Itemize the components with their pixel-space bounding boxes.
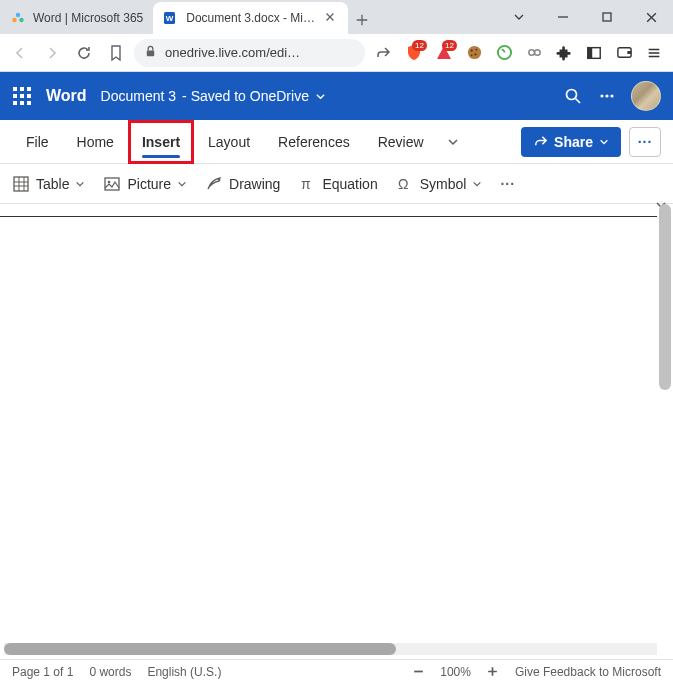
extension-icons: 12 12 (401, 40, 667, 66)
ribbon-tabs: File Home Insert Layout References Revie… (0, 120, 673, 164)
svg-rect-32 (14, 177, 28, 191)
svg-rect-20 (20, 87, 24, 91)
svg-rect-6 (147, 50, 154, 56)
word-header: Word Document 3 - Saved to OneDrive (0, 72, 673, 120)
horizontal-scrollbar-track[interactable] (4, 643, 657, 655)
new-tab-button[interactable] (348, 6, 376, 34)
share-label: Share (554, 134, 593, 150)
chevron-down-icon (177, 179, 187, 189)
m365-favicon (10, 10, 26, 26)
vertical-scrollbar[interactable] (659, 204, 671, 390)
ribbon-more-tabs[interactable] (438, 136, 468, 148)
nav-back-icon[interactable] (6, 39, 34, 67)
page-indicator[interactable]: Page 1 of 1 (12, 665, 73, 679)
tab-home[interactable]: Home (63, 120, 128, 164)
window-close-icon[interactable] (629, 2, 673, 32)
window-dropdown-icon[interactable] (497, 2, 541, 32)
brave-shield-icon[interactable]: 12 (401, 40, 427, 66)
svg-point-34 (108, 180, 111, 183)
browser-titlebar: Word | Microsoft 365 W Document 3.docx -… (0, 0, 673, 34)
word-favicon: W (163, 10, 179, 26)
nav-forward-icon[interactable] (38, 39, 66, 67)
menu-icon[interactable] (641, 40, 667, 66)
svg-rect-25 (13, 101, 17, 105)
tab-file[interactable]: File (12, 120, 63, 164)
svg-rect-23 (20, 94, 24, 98)
doc-name: Document 3 (101, 88, 176, 104)
green-ext-icon[interactable] (491, 40, 517, 66)
drawing-button[interactable]: Drawing (205, 175, 280, 193)
document-title[interactable]: Document 3 - Saved to OneDrive (101, 88, 326, 104)
symbol-button[interactable]: Ω Symbol (396, 175, 483, 193)
puzzle-ext-icon[interactable] (551, 40, 577, 66)
tab-title: Word | Microsoft 365 (33, 11, 143, 25)
svg-rect-5 (603, 13, 611, 21)
word-brand[interactable]: Word (46, 87, 87, 105)
svg-point-0 (16, 13, 20, 17)
browser-tab[interactable]: Word | Microsoft 365 (0, 2, 153, 34)
wallet-ext-icon[interactable] (611, 40, 637, 66)
svg-point-31 (610, 94, 613, 97)
chevron-down-icon (75, 179, 85, 189)
ribbon-overflow-button[interactable]: ··· (629, 127, 661, 157)
nav-reload-icon[interactable] (70, 39, 98, 67)
svg-point-28 (567, 90, 577, 100)
svg-point-8 (470, 49, 472, 51)
link-ext-icon[interactable] (521, 40, 547, 66)
ext-badge: 12 (442, 40, 457, 51)
document-area[interactable] (0, 204, 657, 655)
window-maximize-icon[interactable] (585, 2, 629, 32)
tab-layout[interactable]: Layout (194, 120, 264, 164)
zoom-level[interactable]: 100% (440, 665, 471, 679)
svg-rect-26 (20, 101, 24, 105)
feedback-link[interactable]: Give Feedback to Microsoft (515, 665, 661, 679)
browser-tab-active[interactable]: W Document 3.docx - Micros (153, 2, 348, 34)
tab-references[interactable]: References (264, 120, 364, 164)
svg-point-30 (605, 94, 608, 97)
svg-point-10 (474, 53, 476, 55)
url-box[interactable]: onedrive.live.com/edi… (134, 39, 365, 67)
svg-text:π: π (301, 176, 311, 192)
tab-close-icon[interactable] (324, 11, 338, 25)
panel-ext-icon[interactable] (581, 40, 607, 66)
svg-rect-19 (13, 87, 17, 91)
search-icon[interactable] (563, 86, 583, 106)
word-count[interactable]: 0 words (89, 665, 131, 679)
triangle-ext-icon[interactable]: 12 (431, 40, 457, 66)
horizontal-scrollbar-thumb[interactable] (4, 643, 396, 655)
share-button[interactable]: Share (521, 127, 621, 157)
zoom-in-icon[interactable] (485, 664, 501, 680)
svg-rect-27 (27, 101, 31, 105)
picture-button[interactable]: Picture (103, 175, 187, 193)
tab-insert[interactable]: Insert (128, 120, 194, 164)
document-page[interactable] (0, 216, 657, 636)
more-icon[interactable] (597, 86, 617, 106)
svg-rect-18 (627, 51, 631, 54)
tab-title: Document 3.docx - Micros (186, 11, 317, 25)
share-page-icon[interactable] (369, 39, 397, 67)
url-text: onedrive.live.com/edi… (165, 45, 300, 60)
svg-rect-24 (27, 94, 31, 98)
svg-text:W: W (166, 14, 174, 23)
language-indicator[interactable]: English (U.S.) (147, 665, 221, 679)
chevron-down-icon (599, 137, 609, 147)
svg-point-2 (19, 18, 23, 22)
app-launcher-icon[interactable] (12, 86, 32, 106)
bookmark-icon[interactable] (102, 39, 130, 67)
window-minimize-icon[interactable] (541, 2, 585, 32)
equation-button[interactable]: π Equation (298, 175, 377, 193)
table-button[interactable]: Table (12, 175, 85, 193)
picture-label: Picture (127, 176, 171, 192)
svg-point-29 (600, 94, 603, 97)
svg-point-11 (470, 54, 472, 56)
ext-badge: 12 (412, 40, 427, 51)
cookie-ext-icon[interactable] (461, 40, 487, 66)
tab-review[interactable]: Review (364, 120, 438, 164)
zoom-out-icon[interactable] (410, 664, 426, 680)
toolbar-overflow[interactable]: ··· (500, 176, 515, 192)
svg-rect-22 (13, 94, 17, 98)
chevron-down-icon (472, 179, 482, 189)
chevron-down-icon (315, 91, 326, 102)
user-avatar[interactable] (631, 81, 661, 111)
equation-label: Equation (322, 176, 377, 192)
